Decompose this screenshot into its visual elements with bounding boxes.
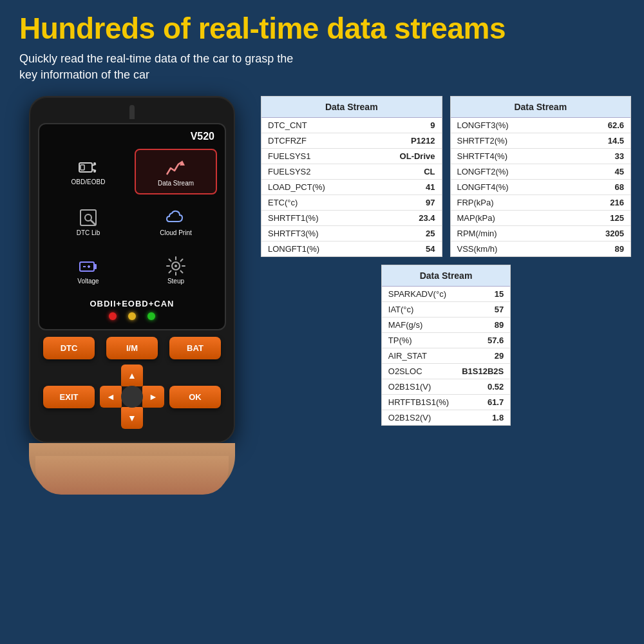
svg-point-5 <box>93 170 96 173</box>
engine-icon <box>77 155 100 178</box>
antenna <box>129 105 135 119</box>
table-row: O2SLOCB1S12B2S <box>382 364 510 379</box>
table-row: SHRTFT1(%)23.4 <box>261 211 442 226</box>
dpad: ▲ ▼ ◄ ► <box>100 365 164 429</box>
table-row: O2B1S2(V)1.8 <box>382 410 510 426</box>
table-row: ETC(°c)97 <box>261 195 442 211</box>
table-row: FUELSYS2CL <box>261 164 442 180</box>
table-row: MAP(kPa)125 <box>451 211 631 226</box>
subtitle: Quickly read the real-time data of the c… <box>19 51 625 83</box>
table2-header: Data Stream <box>451 97 631 118</box>
steup-icon <box>164 254 187 278</box>
button-row-2: EXIT ▲ ▼ ◄ ► OK <box>38 365 226 429</box>
svg-rect-11 <box>94 264 97 269</box>
dpad-right[interactable]: ► <box>142 386 164 408</box>
voltage-icon <box>77 254 100 278</box>
tables-container: Data Stream DTC_CNT9 DTCFRZFP1212 FUELSY… <box>261 96 631 426</box>
led-yellow <box>128 312 136 320</box>
model-label: V520 <box>44 129 220 146</box>
svg-line-9 <box>91 220 95 224</box>
menu-label-dtclib: DTC Lib <box>77 229 100 236</box>
obd-device: V520 OBD/EOBD <box>29 96 235 443</box>
button-row-1: DTC I/M BAT <box>38 337 226 359</box>
content-area: V520 OBD/EOBD <box>0 90 644 495</box>
svg-rect-0 <box>79 163 92 172</box>
exit-button[interactable]: EXIT <box>43 386 95 408</box>
data-table-1: Data Stream DTC_CNT9 DTCFRZFP1212 FUELSY… <box>261 96 442 257</box>
table-row: LONGFT3(%)62.6 <box>451 118 631 133</box>
dpad-center <box>121 386 143 408</box>
table-row: LONGFT2(%)45 <box>451 164 631 180</box>
device-top <box>38 105 226 119</box>
table-row: SHRTFT4(%)33 <box>451 149 631 164</box>
table-row: FRP(kPa)216 <box>451 195 631 211</box>
table-row: LONGFT4(%)68 <box>451 180 631 195</box>
main-title: Hundreds of real-time data streams <box>19 12 625 46</box>
svg-point-16 <box>175 265 177 267</box>
menu-item-cloudprint[interactable]: Cloud Print <box>135 200 217 243</box>
dpad-left[interactable]: ◄ <box>100 386 122 408</box>
table2-content: LONGFT3(%)62.6 SHRTFT2(%)14.5 SHRTFT4(%)… <box>451 118 631 256</box>
device-container: V520 OBD/EOBD <box>13 96 251 495</box>
page-header: Hundreds of real-time data streams Quick… <box>0 0 644 90</box>
svg-point-4 <box>93 162 96 165</box>
table1-header: Data Stream <box>261 97 442 118</box>
led-red <box>109 312 117 320</box>
table-row: DTCFRZFP1212 <box>261 133 442 149</box>
data-table-2: Data Stream LONGFT3(%)62.6 SHRTFT2(%)14.… <box>450 96 632 257</box>
led-indicators <box>44 312 220 320</box>
svg-rect-10 <box>80 262 94 271</box>
menu-label-datastream: Data Stream <box>158 180 194 187</box>
im-button[interactable]: I/M <box>106 337 158 359</box>
table-row: TP(%)57.6 <box>382 333 510 348</box>
table-row: LONGFT1(%)54 <box>261 242 442 257</box>
table-row: SPARKADV(°c)15 <box>382 287 510 302</box>
table-row: IAT(°c)57 <box>382 302 510 317</box>
dtclib-icon <box>77 206 100 229</box>
menu-item-obd[interactable]: OBD/EOBD <box>47 149 129 194</box>
table-row: DTC_CNT9 <box>261 118 442 133</box>
dpad-up[interactable]: ▲ <box>121 365 143 386</box>
menu-item-dtclib[interactable]: DTC Lib <box>47 200 129 243</box>
table-row: SHRTFT3(%)25 <box>261 226 442 242</box>
menu-item-voltage[interactable]: Voltage <box>47 248 129 291</box>
table-row: O2B1S1(V)0.52 <box>382 379 510 395</box>
menu-label-obd: OBD/EOBD <box>71 178 106 185</box>
device-screen: V520 OBD/EOBD <box>38 123 226 330</box>
dtc-button[interactable]: DTC <box>43 337 95 359</box>
obdii-label: OBDII+EOBD+CAN <box>44 299 220 308</box>
table-row: AIR_STAT29 <box>382 348 510 364</box>
svg-rect-1 <box>80 165 84 170</box>
table-row: SHRTFT2(%)14.5 <box>451 133 631 149</box>
menu-grid: OBD/EOBD Data Stream <box>44 146 220 294</box>
tables-top-row: Data Stream DTC_CNT9 DTCFRZFP1212 FUELSY… <box>261 96 631 257</box>
table-row: HRTFTB1S1(%)61.7 <box>382 395 510 410</box>
hand-simulation <box>29 443 235 495</box>
table3-header: Data Stream <box>382 265 510 287</box>
table3-content: SPARKADV(°c)15 IAT(°c)57 MAF(g/s)89 TP(%… <box>382 287 510 425</box>
menu-item-steup[interactable]: Steup <box>135 248 217 291</box>
menu-item-datastream[interactable]: Data Stream <box>135 149 217 194</box>
table-row: RPM(/min)3205 <box>451 226 631 242</box>
ok-button[interactable]: OK <box>169 386 221 408</box>
led-green <box>147 312 155 320</box>
menu-label-cloudprint: Cloud Print <box>160 229 191 236</box>
datastream-icon <box>164 156 187 180</box>
table-row: VSS(km/h)89 <box>451 242 631 257</box>
data-table-3: Data Stream SPARKADV(°c)15 IAT(°c)57 MAF… <box>381 265 511 426</box>
bat-button[interactable]: BAT <box>169 337 221 359</box>
table-row: LOAD_PCT(%)41 <box>261 180 442 195</box>
dpad-down[interactable]: ▼ <box>121 407 143 429</box>
menu-label-voltage: Voltage <box>77 278 99 285</box>
table-row: FUELSYS1OL-Drive <box>261 149 442 164</box>
menu-label-steup: Steup <box>167 278 184 285</box>
cloudprint-icon <box>164 206 187 229</box>
table-row: MAF(g/s)89 <box>382 317 510 333</box>
table1-content: DTC_CNT9 DTCFRZFP1212 FUELSYS1OL-Drive F… <box>261 118 442 256</box>
